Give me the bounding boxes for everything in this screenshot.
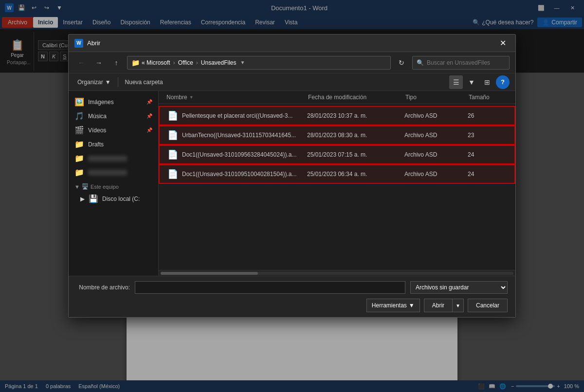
col-size-label: Tamaño <box>469 94 490 101</box>
dialog-overlay: W Abrir ✕ ← → ↑ 📁 « Microsoft › Office ›… <box>0 0 584 392</box>
file-type-2: Archivo ASD <box>404 151 468 158</box>
expand-disk-icon: ▶ <box>80 196 85 202</box>
col-size[interactable]: Tamaño <box>469 94 508 101</box>
abrir-dropdown-btn[interactable]: ▼ <box>452 299 464 312</box>
col-modified[interactable]: Fecha de modificación <box>308 94 405 101</box>
herramientas-label: Herramientas <box>372 302 407 309</box>
word-app: W 💾 ↩ ↪ ▼ Documento1 - Word ⬜ — ✕ Archiv… <box>0 0 584 392</box>
herramientas-dropdown-icon: ▼ <box>409 302 415 309</box>
details-dropdown-btn[interactable]: ▼ <box>465 75 478 89</box>
abrir-btn[interactable]: Abrir <box>424 299 452 312</box>
file-list-header: Nombre ▼ Fecha de modificación Tipo Tama… <box>159 91 515 104</box>
file-modified-2: 25/01/2023 07:15 a. m. <box>307 151 404 158</box>
cancelar-btn[interactable]: Cancelar <box>468 299 508 312</box>
disk-label: Disco local (C: <box>102 196 140 202</box>
search-box-placeholder: Buscar en UnsavedFiles <box>427 59 490 66</box>
path-folder-icon: 📁 <box>131 59 140 67</box>
sidebar-item-drafts[interactable]: 📁 Drafts <box>69 137 158 151</box>
dialog-title: Abrir <box>87 39 496 47</box>
herramientas-btn[interactable]: Herramientas ▼ <box>366 299 420 312</box>
file-icon-2: 📄 <box>167 149 178 160</box>
file-type-0: Archivo ASD <box>404 112 468 119</box>
pin-icon-videos: 📌 <box>146 127 152 133</box>
dialog-close-btn[interactable]: ✕ <box>496 36 510 50</box>
filename-label: Nombre de archivo: <box>76 284 130 291</box>
expand-icon: ▼ <box>74 184 80 190</box>
file-list: 📄 Pellentesque et placerat orci((Unsaved… <box>159 104 515 270</box>
file-name-3: Doc1((Unsaved-310109510040281504)).a... <box>182 171 297 178</box>
col-type[interactable]: Tipo <box>405 94 469 101</box>
file-size-3: 24 <box>468 171 507 178</box>
sidebar-label-drafts: Drafts <box>88 141 104 148</box>
col-name[interactable]: Nombre ▼ <box>166 94 308 101</box>
organize-dropdown-icon: ▼ <box>105 79 111 86</box>
videos-icon: 🎬 <box>74 125 84 135</box>
search-box[interactable]: 🔍 Buscar en UnsavedFiles <box>412 56 510 70</box>
file-row-1[interactable]: 📄 UrbanTecno((Unsaved-310115703441645...… <box>159 125 515 145</box>
pin-icon-musica: 📌 <box>146 113 152 119</box>
sidebar-label-musica: Música <box>88 113 107 120</box>
dialog-word-icon: W <box>74 39 83 48</box>
file-row-0[interactable]: 📄 Pellentesque et placerat orci((Unsaved… <box>159 106 515 125</box>
footer-actions: Herramientas ▼ Abrir ▼ Cancelar <box>76 299 508 312</box>
path-bar[interactable]: 📁 « Microsoft › Office › UnsavedFiles ▼ <box>127 56 391 70</box>
file-row-3[interactable]: 📄 Doc1((Unsaved-310109510040281504)).a..… <box>159 164 515 184</box>
file-name-2: Doc1((Unsaved-310109563284045024)).a... <box>182 151 297 158</box>
file-name-cell-1: 📄 UrbanTecno((Unsaved-310115703441645... <box>167 130 307 141</box>
filename-input[interactable] <box>135 281 405 294</box>
file-icon-1: 📄 <box>167 130 178 141</box>
este-equipo-section[interactable]: ▼ 🖥️ Este equipo <box>69 179 158 192</box>
file-size-1: 23 <box>468 132 507 139</box>
sidebar-item-musica[interactable]: 🎵 Música 📌 <box>69 109 158 123</box>
col-type-label: Tipo <box>405 94 417 101</box>
sidebar-item-videos[interactable]: 🎬 Vídeos 📌 <box>69 123 158 137</box>
file-modified-1: 28/01/2023 08:30 a. m. <box>307 132 404 139</box>
file-name-cell-2: 📄 Doc1((Unsaved-310109563284045024)).a..… <box>167 149 307 160</box>
view-toggle-group: ☰ ▼ ⊞ ? <box>449 75 510 89</box>
new-folder-label: Nueva carpeta <box>125 79 163 86</box>
nav-forward-btn[interactable]: → <box>92 56 106 70</box>
col-modified-label: Fecha de modificación <box>308 94 366 101</box>
dialog-addressbar: ← → ↑ 📁 « Microsoft › Office › UnsavedFi… <box>69 52 515 73</box>
list-view-btn[interactable]: ☰ <box>449 75 463 89</box>
blurred-label-1 <box>88 156 127 161</box>
sidebar-item-imagenes[interactable]: 🖼️ Imágenes 📌 <box>69 95 158 109</box>
sidebar-item-blurred2[interactable]: 📁 <box>69 165 158 179</box>
blurred-label-2 <box>88 170 127 176</box>
large-icon-view-btn[interactable]: ⊞ <box>480 75 494 89</box>
file-size-2: 24 <box>468 151 507 158</box>
sort-name-icon: ▼ <box>189 95 194 100</box>
filetype-select[interactable]: Archivos sin guardar <box>410 281 508 294</box>
filename-row: Nombre de archivo: Archivos sin guardar <box>76 281 508 294</box>
dialog-toolbar: Organizar ▼ Nueva carpeta ☰ ▼ ⊞ ? <box>69 73 515 91</box>
help-btn[interactable]: ? <box>496 75 510 89</box>
file-modified-0: 28/01/2023 10:37 a. m. <box>307 112 404 119</box>
horizontal-scrollbar[interactable] <box>159 270 515 276</box>
dialog-sidebar: 🖼️ Imágenes 📌 🎵 Música 📌 🎬 Vídeos 📌 <box>69 91 159 276</box>
folder-drafts-icon: 📁 <box>74 140 84 149</box>
sidebar-label-imagenes: Imágenes <box>88 99 114 106</box>
refresh-btn[interactable]: ↻ <box>395 56 408 70</box>
abrir-btn-group: Abrir ▼ <box>424 299 464 312</box>
sidebar-item-blurred1[interactable]: 📁 <box>69 151 158 165</box>
file-name-cell-3: 📄 Doc1((Unsaved-310109510040281504)).a..… <box>167 169 307 179</box>
file-icon-0: 📄 <box>167 110 178 121</box>
nav-up-btn[interactable]: ↑ <box>110 56 123 70</box>
file-row-2[interactable]: 📄 Doc1((Unsaved-310109563284045024)).a..… <box>159 145 515 164</box>
nav-back-btn[interactable]: ← <box>74 56 88 70</box>
file-size-0: 26 <box>468 112 507 119</box>
computer-icon: 🖥️ <box>82 183 89 190</box>
new-folder-btn[interactable]: Nueva carpeta <box>122 77 166 87</box>
sidebar-item-disk[interactable]: ▶ 💾 Disco local (C: <box>69 192 158 206</box>
path-microsoft: « Microsoft <box>142 59 170 66</box>
file-modified-3: 25/01/2023 06:34 a. m. <box>307 171 404 178</box>
organize-btn[interactable]: Organizar ▼ <box>74 77 114 87</box>
folder-blurred1-icon: 📁 <box>74 154 84 163</box>
file-type-1: Archivo ASD <box>404 132 468 139</box>
dialog-main: Nombre ▼ Fecha de modificación Tipo Tama… <box>159 91 515 276</box>
path-unsaved: UnsavedFiles <box>201 59 237 66</box>
pin-icon-imagenes: 📌 <box>146 99 152 105</box>
dialog-body: 🖼️ Imágenes 📌 🎵 Música 📌 🎬 Vídeos 📌 <box>69 91 515 276</box>
scrollbar-thumb <box>161 272 258 275</box>
organize-label: Organizar <box>77 79 103 86</box>
